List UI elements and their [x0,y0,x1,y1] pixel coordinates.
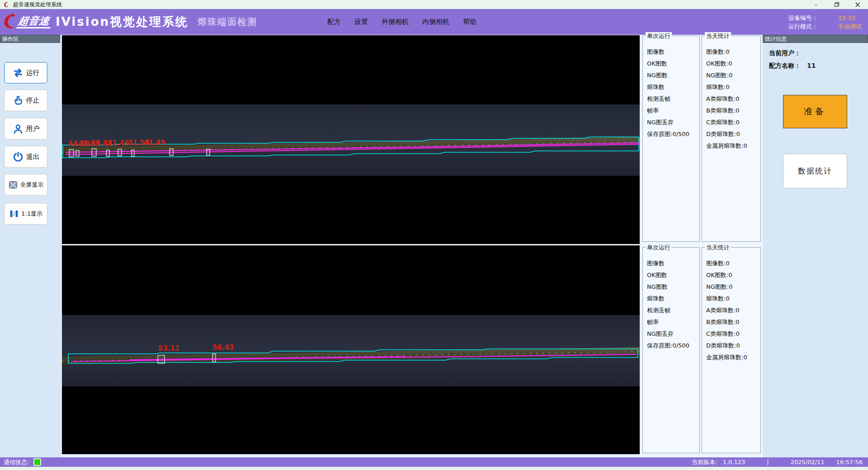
comm-status-indicator [33,458,41,466]
one-to-one-button-label: 1:1显示 [21,210,42,218]
restore-button[interactable] [826,0,847,9]
stop-button[interactable]: 停止 [4,89,47,111]
stat-item: C类熔珠数:0 [706,118,760,130]
user-button-label: 用户 [26,125,40,133]
main-menu: 配方 设置 外侧相机 内侧相机 帮助 [327,18,476,26]
operation-area-header: 操作区 [0,35,60,43]
measurement-label: 41.49 [108,140,129,147]
recipe-name-row: 配方名称：11 [769,62,868,70]
device-id-label: 设备编号： [788,14,838,22]
daily-stats-group-top: 当天统计 图像数:0OK图数:0NG图数:0熔珠数:0A类熔珠数:0B类熔珠数:… [702,36,761,242]
stat-item: 熔珠数 [647,83,699,95]
exit-button-label: 退出 [26,153,40,161]
brand-swoosh-icon [2,12,17,32]
stat-item: 图像数:0 [706,259,760,271]
daily-stats-title: 当天统计 [705,32,731,40]
current-user-row: 当前用户： [769,49,868,57]
power-icon [12,151,24,163]
stat-item: OK图数 [647,271,699,283]
stat-item: B类熔珠数:0 [706,318,760,330]
status-bar-right: 当前版本: 1.0.123 | 2025/02/11 16:57:56 [692,458,863,466]
user-button[interactable]: 用户 [4,118,47,140]
title-bar: 超音速视觉处理系统 – × [0,0,868,9]
stat-item: 熔珠数 [647,295,699,306]
top-banner: 超音速 IVision视觉处理系统 熔珠端面检测 配方 设置 外侧相机 内侧相机… [0,9,868,35]
status-bar: 通信状态: 当前版本: 1.0.123 | 2025/02/11 16:57:5… [0,457,868,467]
menu-help[interactable]: 帮助 [463,18,476,26]
daily-stats-list: 图像数:0OK图数:0NG图数:0熔珠数:0A类熔珠数:0B类熔珠数:0C类熔珠… [702,36,760,154]
app-logo-icon [3,1,9,8]
stat-item: NG图数:0 [706,71,760,83]
comm-status-label: 通信状态: [4,458,29,466]
close-button[interactable]: × [847,0,868,9]
menu-settings[interactable]: 设置 [354,18,368,26]
window-controls: – × [806,0,868,9]
stop-button-label: 停止 [26,96,40,105]
stat-item: 保存原图:0/500 [647,130,699,142]
stat-item: 图像数 [647,259,699,271]
recipe-name-value: 11 [807,62,816,69]
prepare-button[interactable]: 准备 [783,95,847,128]
run-button[interactable]: 运行 [4,62,47,84]
one-to-one-display-button[interactable]: 1:1显示 [4,203,47,225]
stat-item: 金属屑熔珠数:0 [706,142,760,154]
run-mode-label: 运行模式： [788,22,838,31]
menu-outer-camera[interactable]: 外侧相机 [382,18,409,26]
current-user-label: 当前用户： [769,49,801,56]
window-title: 超音速视觉处理系统 [13,1,62,9]
stat-item: NG图数:0 [706,283,760,295]
version-label: 当前版本: [692,458,717,466]
data-statistics-button[interactable]: 数据统计 [783,154,847,188]
stat-item: OK图数 [647,60,699,71]
fullscreen-button-label: 全屏显示 [20,181,44,189]
stat-item: OK图数:0 [706,60,760,71]
stat-item: 图像数 [647,48,699,60]
stat-item: 检测丢帧 [647,95,699,107]
stat-item: 金属屑熔珠数:0 [706,353,760,365]
swap-arrows-icon [12,67,24,79]
stat-item: D类熔珠数:0 [706,342,760,353]
menu-inner-camera[interactable]: 内侧相机 [422,18,449,26]
measurement-label: 41.49 [144,140,165,146]
stat-item: A类熔珠数:0 [706,306,760,318]
camera-bottom-overlay [62,245,640,454]
stat-item: B类熔珠数:0 [706,107,760,118]
single-run-title: 单次运行 [646,244,672,252]
status-date: 2025/02/11 [791,459,825,465]
device-id-value: 22-33 [838,14,855,22]
app-subtitle: 熔珠端面检测 [198,16,257,28]
exit-button[interactable]: 退出 [4,146,47,168]
fullscreen-display-button[interactable]: 全屏显示 [4,174,47,196]
stat-item: A类熔珠数:0 [706,95,760,107]
hand-pointer-icon [12,94,24,106]
measurement-label: 56.43 [212,344,234,351]
camera-view-bottom: 53.1156.43 [62,245,640,454]
status-time: 16:57:56 [836,459,863,465]
fullscreen-icon [8,180,18,190]
stat-item: 保存原图:0/500 [647,342,699,353]
single-run-list: 图像数OK图数NG图数熔珠数检测丢帧帧率NG图丢弃保存原图:0/500 [643,36,699,142]
measurement-label: 53.11 [158,345,179,352]
version-value: 1.0.123 [723,459,745,465]
statistics-info-header: 统计信息 [763,35,868,43]
operation-sidebar: 操作区 运行 停止 用户 退出 全屏显示 1:1显示 [0,35,61,457]
device-info: 设备编号：22-33 运行模式：手动调试 [788,14,862,31]
stat-item: NG图丢弃 [647,118,699,130]
single-run-group-bottom: 单次运行 图像数OK图数NG图数熔珠数检测丢帧帧率NG图丢弃保存原图:0/500 [642,247,700,453]
minimize-button[interactable]: – [806,0,826,9]
stat-item: 检测丢帧 [647,306,699,318]
one-to-one-icon [9,209,19,219]
window-bottom-edge [0,467,868,470]
status-separator: | [767,459,769,465]
stat-item: 帧率 [647,107,699,118]
stat-item: 熔珠数:0 [706,83,760,95]
stat-item: 帧率 [647,318,699,330]
daily-stats-list: 图像数:0OK图数:0NG图数:0熔珠数:0A类熔珠数:0B类熔珠数:0C类熔珠… [702,248,760,365]
app-title: IVision视觉处理系统 [56,14,189,30]
application-window: 超音速视觉处理系统 – × 超音速 IVision视觉处理系统 熔珠端面检测 配… [0,0,868,470]
stat-item: OK图数:0 [706,271,760,283]
run-button-label: 运行 [26,69,40,77]
daily-stats-group-bottom: 当天统计 图像数:0OK图数:0NG图数:0熔珠数:0A类熔珠数:0B类熔珠数:… [702,247,761,453]
stat-item: 熔珠数:0 [706,295,760,306]
menu-recipe[interactable]: 配方 [327,18,341,26]
